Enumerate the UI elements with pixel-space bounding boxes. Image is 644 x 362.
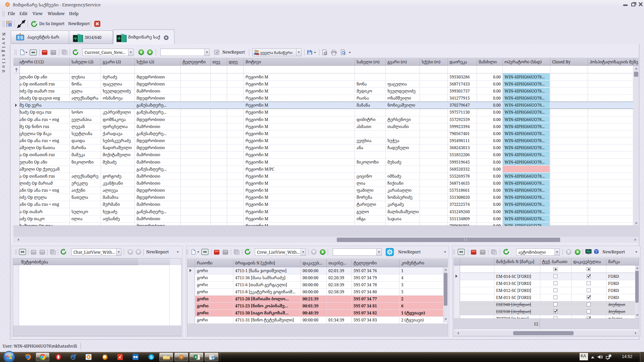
svg-text:X: X [195, 355, 197, 359]
svg-text:S: S [150, 355, 153, 360]
